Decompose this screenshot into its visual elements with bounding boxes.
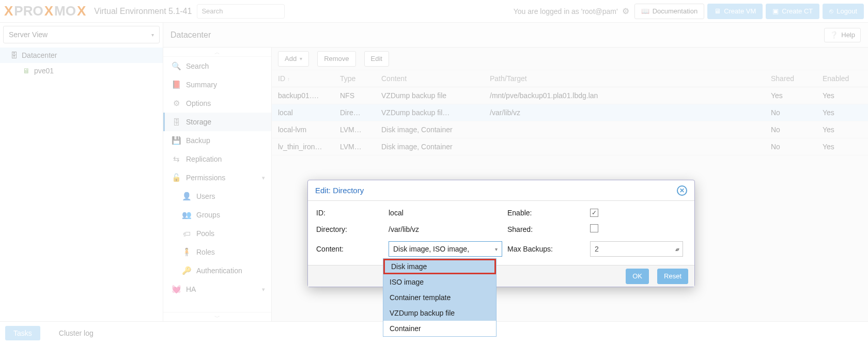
cell-content: Disk image, Container [375, 138, 484, 155]
logo: X PROXMOX [4, 3, 86, 19]
table-row[interactable]: local-lvmLVM…Disk image, ContainerNoYes [272, 121, 868, 138]
id-value: local [389, 209, 502, 217]
content-combobox[interactable]: Disk image, ISO image, ▾ [389, 241, 502, 257]
cell-content: VZDump backup file [375, 87, 484, 104]
storage-toolbar: Add ▾ Remove Edit [272, 48, 868, 70]
cube-icon: ▣ [772, 7, 779, 15]
menu-options[interactable]: ⚙Options [163, 94, 271, 113]
edit-button[interactable]: Edit [364, 51, 389, 67]
dropdown-item[interactable]: Disk image [383, 259, 496, 274]
menu-permissions[interactable]: 🔓Permissions▾ [163, 168, 271, 187]
id-label: ID: [316, 209, 383, 217]
unlock-icon: 🔓 [172, 173, 181, 182]
dropdown-item[interactable]: ISO image [383, 274, 496, 290]
cell-shared: Yes [765, 87, 816, 104]
menu-pools[interactable]: 🏷Pools [163, 224, 271, 243]
tags-icon: 🏷 [182, 229, 191, 238]
chevron-down-icon: ▾ [262, 286, 265, 293]
table-row[interactable]: lv_thin_iron…LVM…Disk image, ContainerNo… [272, 138, 868, 155]
cell-id: local [272, 104, 334, 121]
menu-users[interactable]: 👤Users [163, 187, 271, 206]
dropdown-item[interactable]: Container [383, 321, 496, 336]
logout-button[interactable]: ⎋Logout [823, 4, 864, 19]
cell-enabled: Yes [816, 138, 868, 155]
menu-ha[interactable]: 💓HA▾ [163, 280, 271, 299]
monitor-icon: 🖥 [714, 7, 721, 15]
max-backups-label: Max Backups: [507, 245, 585, 253]
tree-node-datacenter[interactable]: 🗄 Datacenter [0, 48, 163, 63]
enable-checkbox[interactable]: ✓ [590, 209, 598, 217]
directory-value: /var/lib/vz [389, 225, 502, 233]
chevron-down-icon: ▾ [151, 32, 154, 38]
replication-icon: ⇆ [172, 154, 181, 164]
cell-id: lv_thin_iron… [272, 138, 334, 155]
server-tree-panel: Server View ▾ 🗄 Datacenter 🖥 pve01 [0, 23, 163, 321]
tree-view-selector[interactable]: Server View ▾ [3, 26, 160, 43]
cell-path [484, 138, 765, 155]
cell-enabled: Yes [816, 87, 868, 104]
close-icon[interactable]: ✕ [677, 185, 687, 196]
menu-storage[interactable]: 🗄Storage [163, 113, 271, 131]
gear-icon: ⚙ [172, 99, 181, 108]
cell-shared: No [765, 138, 816, 155]
col-path[interactable]: Path/Target [484, 70, 765, 87]
cell-type: Dire… [334, 104, 375, 121]
add-button[interactable]: Add ▾ [278, 51, 309, 67]
menu-authentication[interactable]: 🔑Authentication [163, 261, 271, 280]
ok-button[interactable]: OK [626, 269, 649, 284]
cell-id: local-lvm [272, 121, 334, 138]
server-icon: 🗄 [10, 51, 18, 59]
menu-backup[interactable]: 💾Backup [163, 131, 271, 150]
dropdown-item[interactable]: VZDump backup file [383, 305, 496, 321]
menu-groups[interactable]: 👥Groups [163, 206, 271, 224]
tree-node-label: Datacenter [22, 51, 57, 59]
top-bar: X PROXMOX Virtual Environment 5.1-41 You… [0, 0, 868, 23]
tab-tasks[interactable]: Tasks [5, 326, 40, 340]
cell-path: /mnt/pve/backup01.pla01.lbdg.lan [484, 87, 765, 104]
cell-enabled: Yes [816, 121, 868, 138]
menu-search[interactable]: 🔍Search [163, 57, 271, 75]
menu-roles[interactable]: 🧍Roles [163, 243, 271, 261]
reset-button[interactable]: Reset [657, 269, 688, 284]
max-backups-spinner[interactable]: 2 ▴▾ [590, 241, 683, 257]
create-vm-button[interactable]: 🖥Create VM [707, 4, 763, 19]
book-icon: 📖 [641, 7, 649, 15]
breadcrumb: Datacenter [171, 30, 211, 40]
col-type[interactable]: Type [334, 70, 375, 87]
menu-summary[interactable]: 📕Summary [163, 75, 271, 94]
tree-node-label: pve01 [34, 67, 54, 75]
node-icon: 🖥 [23, 67, 30, 75]
grid-header-row: ID↑ Type Content Path/Target Shared Enab… [272, 70, 868, 87]
col-enabled[interactable]: Enabled [816, 70, 868, 87]
help-button[interactable]: ❔Help [824, 28, 861, 42]
tab-cluster-log[interactable]: Cluster log [51, 326, 102, 340]
save-icon: 💾 [172, 136, 181, 145]
menu-replication[interactable]: ⇆Replication [163, 150, 271, 168]
collapse-up-icon[interactable]: ︿ [163, 48, 271, 57]
tree-node-pve01[interactable]: 🖥 pve01 [0, 63, 163, 79]
global-search-input[interactable] [197, 4, 285, 19]
spinner-arrows-icon: ▴▾ [675, 246, 678, 252]
cell-type: LVM… [334, 138, 375, 155]
dropdown-item[interactable]: Container template [383, 290, 496, 305]
center-header: Datacenter ❔Help [163, 23, 868, 48]
documentation-button[interactable]: 📖Documentation [634, 4, 704, 19]
storage-grid: ID↑ Type Content Path/Target Shared Enab… [272, 70, 868, 155]
login-info: You are logged in as 'root@pam' [514, 7, 618, 15]
table-row[interactable]: backup01….NFSVZDump backup file/mnt/pve/… [272, 87, 868, 104]
col-shared[interactable]: Shared [765, 70, 816, 87]
col-content[interactable]: Content [375, 70, 484, 87]
gear-icon[interactable]: ⚙ [622, 6, 629, 16]
shared-checkbox[interactable] [590, 224, 598, 232]
env-label: Virtual Environment 5.1-41 [94, 7, 192, 16]
remove-button[interactable]: Remove [317, 51, 355, 67]
key-icon: 🔑 [182, 266, 191, 275]
cell-type: LVM… [334, 121, 375, 138]
table-row[interactable]: localDire…VZDump backup fil…/var/lib/vzN… [272, 104, 868, 121]
book-icon: 📕 [172, 80, 181, 89]
male-icon: 🧍 [182, 247, 191, 257]
expand-down-icon[interactable]: ﹀ [163, 312, 271, 321]
create-ct-button[interactable]: ▣Create CT [766, 4, 819, 19]
cell-content: Disk image, Container [375, 121, 484, 138]
col-id[interactable]: ID↑ [272, 70, 334, 87]
